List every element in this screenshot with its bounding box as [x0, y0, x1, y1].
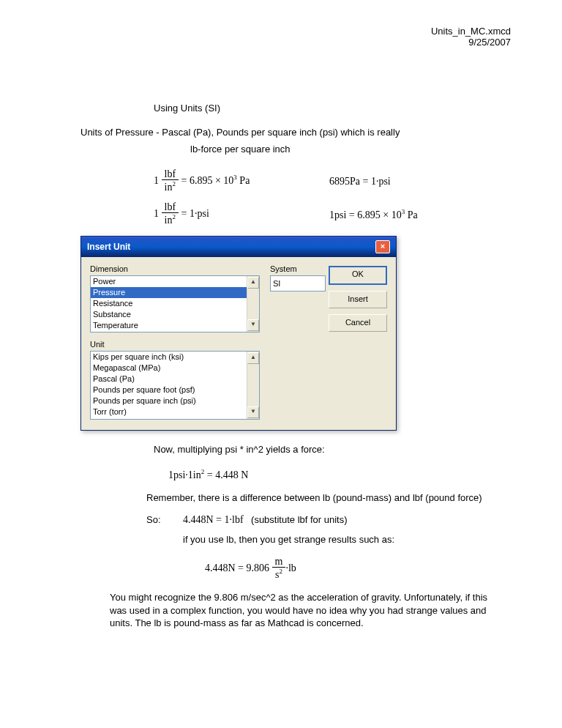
cancel-button[interactable]: Cancel	[329, 314, 387, 332]
strange-results-para: if you use lb, then you get strange resu…	[183, 533, 490, 546]
equation-row-1: 1 lbf in2 = 6.895 × 103 Pa 6895Pa = 1·ps…	[154, 169, 490, 193]
list-item[interactable]: Megapascal (MPa)	[91, 363, 259, 374]
scrollbar[interactable]: ▲ ▼	[247, 352, 259, 419]
so-label: So:	[146, 514, 183, 526]
fraction: lbf in2	[162, 202, 179, 226]
equation-3: 1psi·1in2 = 4.448 N	[168, 468, 490, 481]
final-para: You might recognize the 9.806 m/sec^2 as…	[110, 591, 490, 630]
fraction: lbf in2	[162, 169, 179, 193]
list-item[interactable]: Power	[91, 276, 259, 287]
scroll-down-icon[interactable]: ▼	[247, 319, 259, 331]
intro-line2: lb-force per square inch	[190, 144, 490, 155]
fraction: m s2	[272, 557, 286, 581]
list-item[interactable]: Pounds per square foot (psf)	[91, 385, 259, 395]
list-item[interactable]: Resistance	[91, 298, 259, 309]
dimension-listbox[interactable]: Power Pressure Resistance Substance Temp…	[90, 275, 260, 333]
dimension-label: Dimension	[90, 264, 263, 273]
dialog-title: Insert Unit	[87, 242, 130, 252]
system-field[interactable]: SI	[270, 275, 326, 291]
insert-unit-dialog: Insert Unit × Dimension Power Pressure R…	[80, 236, 397, 431]
title: Using Units (SI)	[154, 103, 490, 114]
page-header: Units_in_MC.xmcd 9/25/2007	[431, 26, 511, 48]
scroll-up-icon[interactable]: ▲	[247, 352, 259, 364]
list-item[interactable]: Substance	[91, 309, 259, 320]
insert-button[interactable]: Insert	[329, 291, 387, 308]
list-item[interactable]: Pressure	[91, 287, 259, 298]
list-item[interactable]: Kips per square inch (ksi)	[91, 352, 259, 363]
unit-listbox[interactable]: Kips per square inch (ksi) Megapascal (M…	[90, 351, 260, 420]
dialog-titlebar[interactable]: Insert Unit ×	[81, 237, 396, 257]
list-item[interactable]: Temperature	[91, 320, 259, 331]
equation-4: 4.448N = 9.806 m s2 ·lb	[205, 557, 490, 581]
remember-para: Remember, there is a difference between …	[146, 491, 490, 505]
equation-row-2: 1 lbf in2 = 1·psi 1psi = 6.895 × 103 Pa	[154, 202, 490, 226]
unit-label: Unit	[90, 340, 263, 349]
close-icon[interactable]: ×	[375, 240, 390, 253]
intro-line1: Units of Pressure - Pascal (Pa), Pounds …	[80, 127, 490, 138]
list-item[interactable]: Pounds per square inch (psi)	[91, 395, 259, 406]
ok-button[interactable]: OK	[329, 266, 387, 285]
scroll-up-icon[interactable]: ▲	[247, 277, 259, 289]
list-item[interactable]: Pascal (Pa)	[91, 374, 259, 385]
content: Using Units (SI) Units of Pressure - Pas…	[80, 103, 490, 630]
filename: Units_in_MC.xmcd	[431, 26, 511, 37]
para-after-dialog: Now, multiplying psi * in^2 yields a for…	[154, 444, 490, 455]
list-item[interactable]: Torr (torr)	[91, 406, 259, 417]
scroll-down-icon[interactable]: ▼	[247, 406, 259, 418]
scrollbar[interactable]: ▲ ▼	[247, 276, 259, 332]
so-row: So: 4.448N = 1·lbf (substitute lbf for u…	[146, 514, 490, 526]
system-label: System	[270, 264, 321, 273]
date: 9/25/2007	[431, 37, 511, 48]
